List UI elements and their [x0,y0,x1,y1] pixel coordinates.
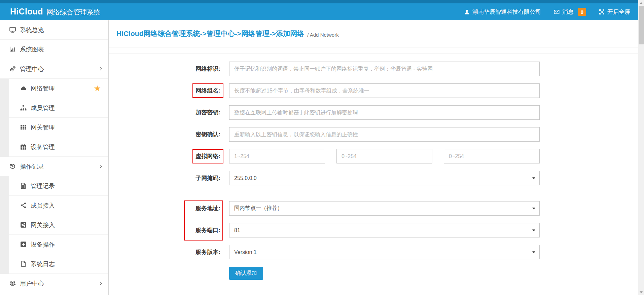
field-control: 国内节点一（推荐） [229,201,540,216]
service-version-select[interactable]: Version 1 [229,245,540,259]
field-label-text: 加密密钥: [195,109,220,116]
select-value: Version 1 [234,249,257,255]
field-label: 加密密钥: [109,105,229,120]
encryption-key-input[interactable] [229,105,540,120]
virtual-network-input-1[interactable] [229,149,325,163]
sidebar-menu: 系统总览系统图表管理中心网络管理★成员管理网关管理设备管理操作记录管理记录成员接… [0,20,108,293]
fullscreen-label: 开启全屏 [607,8,630,16]
sidebar-item-10[interactable]: 成员接入 [0,196,108,215]
key-confirm-input[interactable] [229,127,540,142]
field-label-text: 子网掩码: [195,174,220,182]
form-row-virtual-network: 虚拟网络: [109,149,638,163]
field-label-text: 虚拟网络: [192,149,223,163]
sitemap-icon [20,105,31,111]
field-label: 子网掩码: [109,171,229,185]
field-label: 虚拟网络: [109,149,229,163]
sidebar-item-13[interactable]: 系统日志 [0,254,108,274]
breadcrumb-suffix: / Add Network [307,32,338,38]
sidebar-item-label: 系统日志 [31,260,55,268]
plus-square-icon [20,241,31,248]
field-label: 服务版本: [109,245,229,259]
app-brand[interactable]: HiCloud 网络综合管理系统 [10,7,100,17]
sidebar-item-9[interactable]: 管理记录 [0,176,108,196]
caret-down-icon [532,251,535,253]
sidebar-item-label: 系统总览 [20,26,44,34]
history-icon [9,163,20,170]
field-label: 服务端口: [109,223,229,237]
cloud-icon [20,85,31,91]
sidebar-item-label: 设备管理 [31,143,55,151]
field-label-text: 网络标识: [195,65,220,73]
form-row-service-address: 服务地址:国内节点一（推荐） [109,201,638,216]
form-row-subnet-mask: 子网掩码:255.0.0.0 [109,171,638,185]
select-value: 81 [234,227,240,233]
form-row-service-port: 服务端口:81 [109,223,638,237]
envelope-icon [554,9,560,15]
top-bar: HiCloud 网络综合管理系统 湖南华辰智通科技有限公司 消息 0 开启全屏 [0,0,638,20]
sidebar-item-5[interactable]: 成员管理 [0,98,108,118]
subnet-mask-select[interactable]: 255.0.0.0 [229,171,540,185]
sidebar-item-12[interactable]: 设备操作 [0,235,108,254]
sidebar-item-1[interactable]: 系统总览 [0,20,108,40]
main-content: HiCloud网络综合管理系统->管理中心->网络管理->添加网络 / Add … [109,20,638,295]
sidebar-item-7[interactable]: 设备管理 [0,137,108,157]
confirm-add-button[interactable]: 确认添加 [229,267,263,280]
sidebar-item-label: 网关接入 [31,221,55,229]
gears-icon [9,66,20,72]
field-label-text: 服务版本: [195,248,220,256]
virtual-network-input-3[interactable] [444,149,540,163]
caret-down-icon [532,229,535,231]
sidebar-item-label: 管理中心 [20,65,44,73]
scrollbar-down-button[interactable] [638,289,644,295]
chevron-right-icon [99,281,103,286]
page: { "colors": { "header_blue": "#1e96d2", … [0,0,644,295]
service-port-select[interactable]: 81 [229,223,540,237]
file-icon [20,261,31,267]
expand-icon [599,9,605,15]
service-address-select[interactable]: 国内节点一（推荐） [229,201,540,216]
scrollbar-thumb[interactable] [639,6,644,44]
scrollbar-up-button[interactable] [638,0,644,6]
chevron-right-icon [99,164,103,169]
add-network-form: 网络标识:网络组名:加密密钥:密钥确认:虚拟网络:子网掩码:255.0.0.0服… [109,53,638,293]
sidebar-item-3[interactable]: 管理中心 [0,59,108,79]
sidebar-item-8[interactable]: 操作记录 [0,157,108,176]
bar-chart-icon [9,46,20,52]
field-control: 255.0.0.0 [229,171,540,185]
company-menu[interactable]: 湖南华辰智通科技有限公司 [464,8,541,16]
scrollbar-track[interactable] [638,0,644,295]
field-control [229,83,540,98]
form-body: 网络标识:网络组名:加密密钥:密钥确认:虚拟网络:子网掩码:255.0.0.0服… [109,62,638,259]
fullscreen-button[interactable]: 开启全屏 [599,8,630,16]
select-value: 国内节点一（推荐） [234,205,283,212]
sidebar-item-label: 网关管理 [31,123,55,132]
sidebar-item-label: 操作记录 [20,162,44,171]
virtual-network-input-2[interactable] [336,149,432,163]
sidebar-item-label: 成员管理 [31,104,55,112]
sidebar-item-4[interactable]: 网络管理★ [0,79,108,98]
field-label-text: 密钥确认: [195,131,220,138]
sidebar-item-label: 设备操作 [31,241,55,249]
field-control [229,149,540,163]
network-id-input[interactable] [229,62,540,76]
field-label-text: 服务端口: [195,226,220,234]
sidebar-item-14[interactable]: 用户中心 [0,274,108,293]
sidebar-item-6[interactable]: 网关管理 [0,118,108,137]
select-value: 255.0.0.0 [234,175,257,181]
sidebar-item-label: 系统图表 [20,45,44,53]
brand-subtitle: 网络综合管理系统 [46,8,100,17]
share-square-icon [20,222,31,228]
company-name: 湖南华辰智通科技有限公司 [472,8,541,16]
field-label-text: 网络组名: [192,83,223,98]
chevron-right-icon [99,67,103,71]
breadcrumb-path: HiCloud网络综合管理系统->管理中心->网络管理->添加网络 [116,29,304,38]
field-label-text: 服务地址: [195,205,220,212]
star-icon: ★ [94,84,101,93]
messages-badge: 0 [578,8,586,16]
sidebar-item-2[interactable]: 系统图表 [0,40,108,59]
caret-down-icon [532,208,535,210]
field-control: 81 [229,223,540,237]
messages-menu[interactable]: 消息 0 [554,8,586,16]
network-group-name-input[interactable] [229,83,540,98]
sidebar-item-11[interactable]: 网关接入 [0,215,108,235]
